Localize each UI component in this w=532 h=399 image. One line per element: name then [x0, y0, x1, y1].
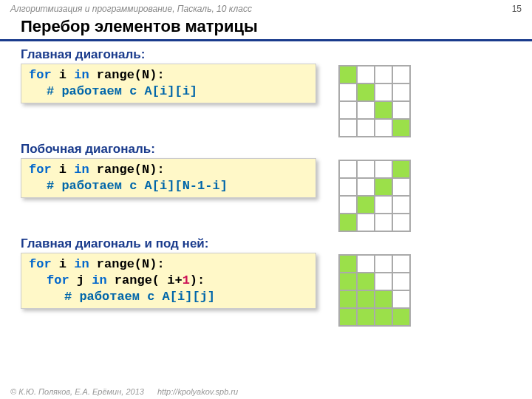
code-block: for i in range(N):# работаем с A[i][N-1-… [21, 158, 316, 198]
code-block: for i in range(N):for j in range( i+1):#… [21, 253, 316, 309]
grid-cell [392, 273, 410, 290]
grid-cell [392, 196, 410, 214]
grid-cell [375, 290, 392, 308]
grid-cell [375, 308, 392, 326]
grid-cell [375, 119, 392, 137]
grid-cell [357, 290, 375, 308]
grid-cell [339, 255, 357, 273]
course-label: Алгоритмизация и программирование, Паска… [10, 4, 252, 14]
header: Алгоритмизация и программирование, Паска… [0, 0, 532, 16]
grid-cell [357, 66, 375, 83]
matrix-grid [338, 65, 411, 137]
grid-cell [375, 255, 392, 273]
grid-cell [392, 308, 410, 326]
section: Главная диагональ и под ней:for i in ran… [0, 235, 532, 330]
grid-cell [339, 178, 357, 196]
grid-cell [357, 255, 375, 273]
grid-cell [339, 196, 357, 214]
code-line: for i in range(N): [29, 256, 308, 273]
code-line: for i in range(N): [29, 162, 308, 178]
grid-cell [339, 119, 357, 137]
page-number: 15 [512, 4, 522, 14]
grid-cell [357, 196, 375, 214]
code-line: # работаем с A[i][N-1-i] [29, 178, 308, 194]
grid-cell [375, 101, 392, 119]
grid-cell [339, 66, 357, 83]
grid-cell [339, 83, 357, 101]
page-title: Перебор элементов матрицы [0, 16, 532, 41]
footer-url: http://kpolyakov.spb.ru [157, 387, 238, 396]
grid-cell [375, 178, 392, 196]
section-label: Побочная диагональ: [21, 142, 522, 157]
grid-cell [357, 83, 375, 101]
grid-cell [339, 214, 357, 231]
grid-cell [339, 290, 357, 308]
grid-cell [392, 160, 410, 178]
grid-cell [392, 83, 410, 101]
grid-cell [339, 308, 357, 326]
grid-cell [357, 308, 375, 326]
grid-cell [392, 101, 410, 119]
matrix-grid [338, 254, 411, 327]
grid-cell [392, 290, 410, 308]
grid-cell [339, 273, 357, 290]
grid-cell [357, 101, 375, 119]
section: Главная диагональ:for i in range(N):# ра… [0, 46, 532, 140]
code-line: # работаем с A[i][j] [29, 289, 308, 305]
grid-cell [357, 160, 375, 178]
section: Побочная диагональ:for i in range(N):# р… [0, 140, 532, 235]
grid-cell [392, 66, 410, 83]
grid-cell [392, 178, 410, 196]
code-line: # работаем с A[i][i] [29, 83, 308, 100]
grid-cell [375, 214, 392, 231]
matrix-grid [338, 160, 411, 232]
section-row: for i in range(N):# работаем с A[i][i] [21, 64, 522, 137]
section-label: Главная диагональ: [21, 47, 522, 62]
code-line: for i in range(N): [29, 67, 308, 83]
grid-cell [375, 196, 392, 214]
section-row: for i in range(N):for j in range( i+1):#… [21, 253, 522, 327]
grid-cell [339, 101, 357, 119]
code-line: for j in range( i+1): [29, 273, 308, 289]
code-block: for i in range(N):# работаем с A[i][i] [21, 64, 316, 103]
grid-cell [339, 160, 357, 178]
grid-cell [357, 119, 375, 137]
section-row: for i in range(N):# работаем с A[i][N-1-… [21, 158, 522, 232]
grid-cell [375, 66, 392, 83]
grid-cell [392, 255, 410, 273]
footer: © К.Ю. Поляков, Е.А. Ерёмин, 2013 http:/… [10, 387, 238, 396]
grid-cell [375, 83, 392, 101]
grid-cell [392, 214, 410, 231]
grid-cell [357, 178, 375, 196]
grid-cell [357, 273, 375, 290]
copyright: © К.Ю. Поляков, Е.А. Ерёмин, 2013 [10, 387, 144, 396]
grid-cell [392, 119, 410, 137]
section-label: Главная диагональ и под ней: [21, 236, 522, 251]
grid-cell [357, 214, 375, 231]
grid-cell [375, 160, 392, 178]
grid-cell [375, 273, 392, 290]
